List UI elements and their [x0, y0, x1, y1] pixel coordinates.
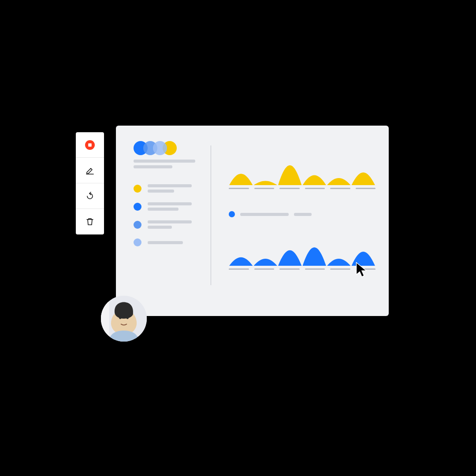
panel-left	[134, 141, 211, 303]
recording-toolbar	[76, 132, 104, 234]
list-item	[134, 202, 203, 211]
dashboard-panel	[116, 126, 389, 316]
logo-dot-3	[153, 141, 167, 155]
list-label-placeholder	[148, 220, 192, 223]
cursor-icon	[355, 261, 368, 279]
list-sub-placeholder	[148, 226, 172, 229]
axis-tick	[254, 188, 275, 189]
list-dot	[134, 221, 141, 229]
axis-tick	[305, 188, 325, 189]
svg-rect-1	[88, 143, 92, 147]
axis-tick	[305, 268, 325, 270]
legend-label-placeholder	[240, 213, 289, 216]
panel-right	[211, 141, 376, 303]
list-item	[134, 220, 203, 229]
redo-icon	[85, 191, 95, 201]
chart-legend	[229, 211, 376, 217]
list-item	[134, 184, 203, 193]
list-dot	[134, 185, 141, 193]
presenter-avatar[interactable]	[101, 296, 147, 342]
axis-tick	[229, 268, 249, 270]
axis-tick	[330, 188, 350, 189]
chart-bottom-ticks	[229, 268, 376, 270]
edit-icon	[85, 165, 95, 176]
list-label-placeholder	[148, 241, 183, 244]
record-stop-button[interactable]	[76, 132, 104, 158]
list-label-placeholder	[148, 184, 192, 187]
subtitle-placeholder	[134, 165, 172, 168]
delete-button[interactable]	[76, 209, 104, 234]
axis-tick	[229, 188, 249, 189]
legend-value-placeholder	[294, 213, 312, 216]
title-placeholder	[134, 160, 195, 163]
legend-dot	[229, 211, 235, 217]
axis-tick	[254, 268, 275, 270]
legend-list	[134, 184, 203, 246]
axis-tick	[279, 268, 300, 270]
svg-point-4	[119, 316, 121, 319]
list-sub-placeholder	[148, 190, 174, 193]
axis-tick	[279, 188, 300, 189]
list-item	[134, 238, 203, 246]
annotate-button[interactable]	[76, 158, 104, 183]
svg-rect-3	[101, 296, 109, 342]
chart-top-ticks	[229, 188, 376, 189]
logo-dots	[134, 141, 203, 155]
axis-tick	[330, 268, 350, 270]
record-icon	[85, 140, 95, 150]
chart-bottom	[229, 226, 376, 266]
trash-icon	[85, 216, 95, 227]
list-sub-placeholder	[148, 208, 178, 211]
list-dot	[134, 203, 141, 211]
list-label-placeholder	[148, 202, 192, 205]
redo-button[interactable]	[76, 183, 104, 209]
axis-tick	[356, 188, 376, 189]
svg-point-5	[126, 316, 129, 319]
chart-top	[229, 145, 376, 185]
list-dot	[134, 238, 141, 246]
